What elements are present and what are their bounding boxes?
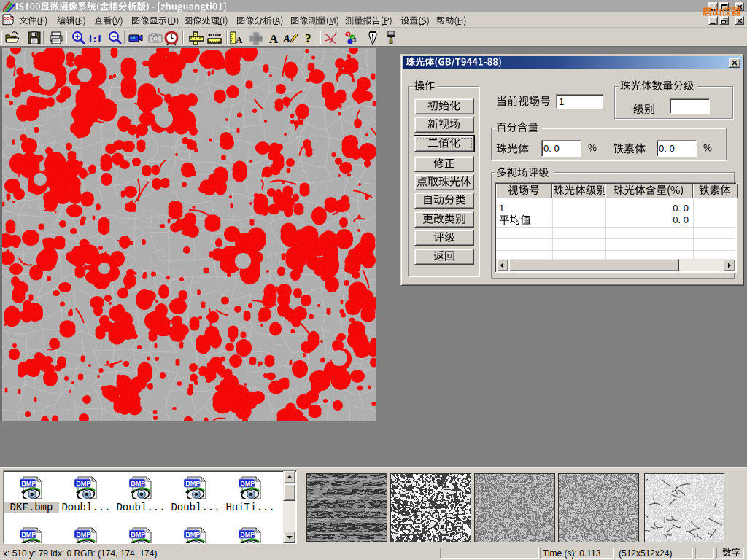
svg-text:?: ?: [305, 31, 311, 45]
svg-text:3: 3: [353, 36, 357, 43]
svg-text:1: 1: [347, 32, 350, 37]
svg-text:A: A: [269, 32, 279, 46]
svg-text:A: A: [236, 34, 243, 45]
svg-text:DOC: DOC: [4, 16, 14, 20]
svg-text:1:1: 1:1: [88, 33, 102, 44]
svg-text:A: A: [282, 33, 290, 44]
